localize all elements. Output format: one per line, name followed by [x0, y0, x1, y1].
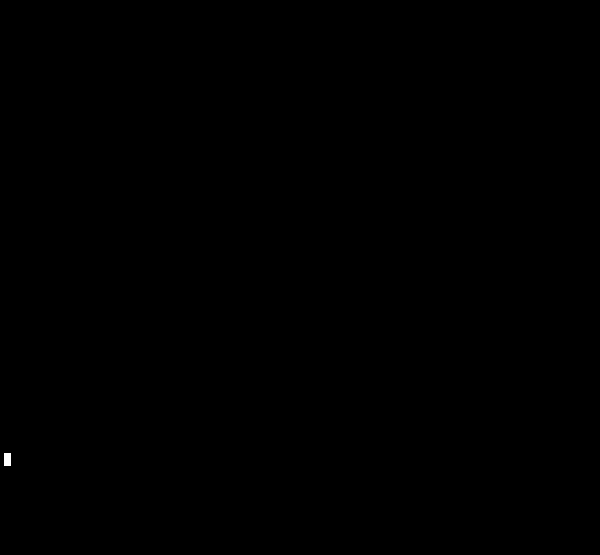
sub-item[interactable]	[4, 227, 596, 242]
terminal-screen[interactable]	[0, 0, 600, 499]
blank-line	[4, 77, 596, 92]
blank-line	[4, 392, 596, 407]
cursor	[4, 453, 11, 466]
prompt-line[interactable]	[4, 452, 596, 467]
blank-line	[4, 287, 596, 302]
